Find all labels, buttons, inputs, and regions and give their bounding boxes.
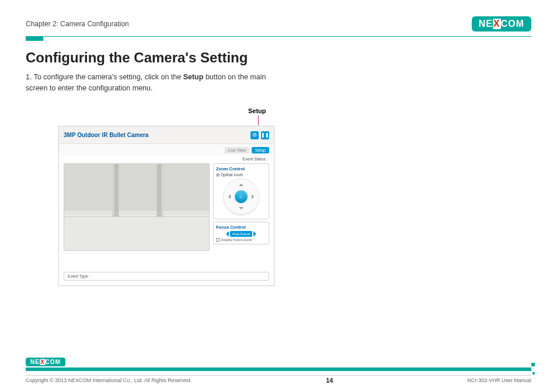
camera-preview	[64, 163, 210, 251]
logo-x-icon: X	[493, 19, 501, 29]
focus-control-panel: Focus Control Auto Focus Display Focus Z…	[213, 222, 269, 244]
footer-brand-logo: NEXCOM	[26, 358, 65, 366]
zoom-title: Zoom Control	[216, 166, 266, 172]
tab-live-view[interactable]: Live View	[225, 147, 249, 153]
step-text-bold: Setup	[183, 73, 204, 81]
optical-zoom-label: Optical zoom	[221, 173, 243, 177]
display-focus-zone-label: Display Focus Zone	[221, 238, 252, 242]
arrow-left-icon[interactable]	[226, 194, 231, 199]
footer-logo-pre: NE	[30, 359, 40, 365]
arrow-right-icon[interactable]	[252, 194, 256, 199]
camera-title: 3MP Outdoor IR Bullet Camera	[64, 132, 148, 138]
logo-text-post: COM	[501, 19, 524, 29]
arrow-down-icon[interactable]	[239, 207, 243, 212]
tab-setup[interactable]: Setup	[252, 147, 269, 153]
home-icon[interactable]: ⌂	[235, 190, 248, 203]
zoom-control-panel: Zoom Control Optical zoom ⌂	[213, 163, 269, 219]
arrow-up-icon[interactable]	[239, 181, 243, 186]
record-icon[interactable]: ⦿	[250, 131, 259, 139]
logo-text-pre: NE	[479, 19, 493, 29]
step-1-text: 1. To configure the camera's setting, cl…	[26, 72, 277, 94]
deco-square-small-icon	[532, 372, 535, 374]
brand-logo: NEXCOM	[472, 16, 531, 32]
focus-left-icon[interactable]	[223, 231, 229, 237]
deco-square-icon	[531, 363, 535, 366]
focus-right-icon[interactable]	[253, 231, 259, 237]
footer-separator	[26, 375, 531, 376]
footer-logo-x-icon: X	[40, 359, 46, 365]
pause-icon[interactable]: ❚❚	[261, 131, 269, 139]
step-text-pre: 1. To configure the camera's setting, cl…	[26, 73, 183, 81]
display-focus-zone-checkbox[interactable]	[216, 238, 220, 242]
optical-zoom-radio[interactable]	[216, 173, 220, 177]
event-type-row: Event Type :	[64, 272, 269, 281]
zoom-dpad[interactable]: ⌂	[223, 178, 259, 215]
divider-top	[26, 36, 531, 37]
page-number: 14	[326, 377, 333, 384]
event-status-label: Event Status :	[59, 156, 274, 163]
chapter-label: Chapter 2: Camera Configuration	[26, 20, 129, 28]
auto-focus-button[interactable]: Auto Focus	[230, 231, 252, 237]
footer-logo-post: COM	[46, 359, 61, 365]
camera-ui-screenshot: 3MP Outdoor IR Bullet Camera ⦿ ❚❚ Live V…	[58, 126, 274, 286]
divider-bottom	[26, 368, 531, 371]
page-title: Configuring the Camera's Setting	[26, 50, 531, 66]
setup-callout-label: Setup	[248, 107, 266, 114]
focus-title: Focus Control	[216, 225, 266, 230]
manual-name: NCr-302-VHR User Manual	[467, 377, 531, 383]
copyright-text: Copyright © 2013 NEXCOM International Co…	[26, 377, 192, 383]
